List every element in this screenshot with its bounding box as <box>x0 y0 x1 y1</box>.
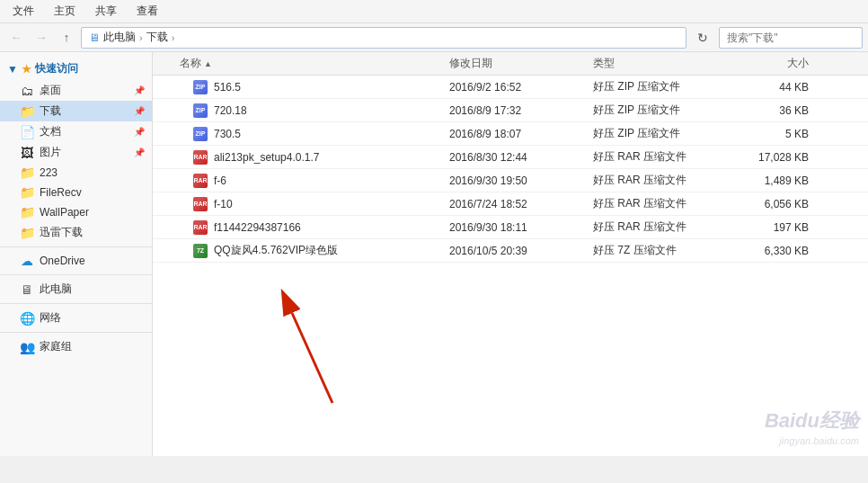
sidebar-item-label-computer: 此电脑 <box>40 282 72 297</box>
table-row[interactable]: RAR f-6 2016/9/30 19:50 好压 RAR 压缩文件 1,48… <box>153 169 868 192</box>
sidebar-item-thunder[interactable]: 📁 迅雷下载 <box>0 222 152 243</box>
path-sep1: › <box>139 32 143 43</box>
file-name-1: 720.18 <box>214 104 247 117</box>
file-type-6: 好压 RAR 压缩文件 <box>593 219 728 235</box>
table-row[interactable]: ZIP 516.5 2016/9/2 16:52 好压 ZIP 压缩文件 44 … <box>153 76 868 99</box>
folder-icon-wallpaper: 📁 <box>20 205 34 219</box>
file-area: 名称 ▲ 修改日期 类型 大小 ZIP 516.5 2016/9/2 16:52… <box>153 52 868 456</box>
file-icon-1: ZIP <box>192 103 208 119</box>
table-row[interactable]: RAR f11442294387166 2016/9/30 18:11 好压 R… <box>153 216 868 239</box>
file-date-7: 2016/10/5 20:39 <box>449 245 593 257</box>
file-size-0: 44 KB <box>728 81 818 94</box>
file-size-4: 1,489 KB <box>728 174 818 187</box>
table-row[interactable]: RAR ali213pk_setup4.0.1.7 2016/8/30 12:4… <box>153 146 868 169</box>
back-button[interactable]: ← <box>5 27 27 49</box>
sidebar-item-label-223: 223 <box>40 166 58 179</box>
file-size-6: 197 KB <box>728 221 818 234</box>
menu-file[interactable]: 文件 <box>4 1 43 22</box>
folder-icon-filerecv: 📁 <box>20 185 34 200</box>
col-header-size[interactable]: 大小 <box>728 56 818 71</box>
sidebar-item-filerecv[interactable]: 📁 FileRecv <box>0 183 152 202</box>
file-name-3: ali213pk_setup4.0.1.7 <box>214 151 319 164</box>
path-computer: 此电脑 <box>103 30 136 45</box>
table-row[interactable]: 7Z QQ旋风4.5.762VIP绿色版 2016/10/5 20:39 好压 … <box>153 239 868 263</box>
menu-view[interactable]: 查看 <box>128 1 167 22</box>
file-date-4: 2016/9/30 19:50 <box>449 174 593 187</box>
file-date-3: 2016/8/30 12:44 <box>449 151 593 164</box>
file-date-0: 2016/9/2 16:52 <box>449 81 593 94</box>
menu-home[interactable]: 主页 <box>45 1 84 22</box>
sidebar-item-onedrive[interactable]: ☁ OneDrive <box>0 251 152 271</box>
pin-icon-desktop: 📌 <box>134 85 145 95</box>
up-button[interactable]: ↑ <box>56 27 77 49</box>
quick-access-star: ★ <box>22 63 31 76</box>
file-date-2: 2016/8/9 18:07 <box>449 128 593 140</box>
file-icon-5: RAR <box>192 196 208 212</box>
file-date-1: 2016/8/9 17:32 <box>449 104 593 117</box>
col-header-name[interactable]: 名称 ▲ <box>153 56 449 71</box>
sidebar-item-desktop[interactable]: 🗂 桌面 📌 <box>0 80 152 101</box>
sidebar-item-computer[interactable]: 🖥 此电脑 <box>0 279 152 300</box>
downloads-folder-icon: 📁 <box>20 104 34 119</box>
file-icon-4: RAR <box>192 173 208 189</box>
sidebar-item-downloads[interactable]: 📁 下载 📌 <box>0 101 152 121</box>
col-header-date[interactable]: 修改日期 <box>449 56 593 71</box>
divider-4 <box>0 332 152 333</box>
file-type-4: 好压 RAR 压缩文件 <box>593 173 728 188</box>
file-icon-6: RAR <box>192 219 208 236</box>
file-icon-7: 7Z <box>192 243 208 259</box>
pictures-folder-icon: 🖼 <box>20 146 34 160</box>
file-date-6: 2016/9/30 18:11 <box>449 221 593 234</box>
forward-button[interactable]: → <box>31 27 52 49</box>
sidebar-item-homegroup[interactable]: 👥 家庭组 <box>0 336 152 357</box>
table-row[interactable]: RAR f-10 2016/7/24 18:52 好压 RAR 压缩文件 6,0… <box>153 192 868 216</box>
homegroup-icon: 👥 <box>20 340 34 354</box>
sidebar-item-wallpaper[interactable]: 📁 WallPaper <box>0 202 152 222</box>
divider-2 <box>0 274 152 275</box>
sidebar-item-label-desktop: 桌面 <box>40 83 61 98</box>
refresh-button[interactable]: ↻ <box>690 27 715 49</box>
table-row[interactable]: ZIP 720.18 2016/8/9 17:32 好压 ZIP 压缩文件 36… <box>153 99 868 122</box>
menu-share[interactable]: 共享 <box>86 1 126 22</box>
sidebar-item-label-thunder: 迅雷下载 <box>40 225 83 240</box>
file-size-5: 6,056 KB <box>728 198 818 210</box>
sidebar-item-label-onedrive: OneDrive <box>40 255 85 267</box>
file-type-5: 好压 RAR 压缩文件 <box>593 196 728 211</box>
main-layout: ▼ ★ 快速访问 🗂 桌面 📌 📁 下载 📌 📄 文档 📌 🖼 图片 📌 📁 2… <box>0 52 868 456</box>
documents-folder-icon: 📄 <box>20 125 34 139</box>
sidebar-item-network[interactable]: 🌐 网络 <box>0 308 152 328</box>
pin-icon-documents: 📌 <box>134 127 145 137</box>
file-icon-3: RAR <box>192 149 208 165</box>
col-header-type[interactable]: 类型 <box>593 56 728 71</box>
file-rows-container: ZIP 516.5 2016/9/2 16:52 好压 ZIP 压缩文件 44 … <box>153 76 868 263</box>
file-name-2: 730.5 <box>214 128 241 140</box>
sidebar-item-pictures[interactable]: 🖼 图片 📌 <box>0 142 152 163</box>
sidebar-item-label-network: 网络 <box>40 310 61 326</box>
file-size-2: 5 KB <box>728 128 818 140</box>
folder-icon-thunder: 📁 <box>20 226 34 240</box>
sidebar-item-documents[interactable]: 📄 文档 📌 <box>0 121 152 142</box>
search-input[interactable] <box>719 27 863 49</box>
quick-access-header[interactable]: ▼ ★ 快速访问 <box>0 58 152 80</box>
address-bar: ← → ↑ 🖥 此电脑 › 下载 › ↻ <box>0 23 868 52</box>
sidebar-item-label-wallpaper: WallPaper <box>40 206 89 219</box>
sidebar-item-label-pictures: 图片 <box>40 145 61 160</box>
file-icon-2: ZIP <box>192 126 208 142</box>
address-box[interactable]: 🖥 此电脑 › 下载 › <box>81 27 686 49</box>
file-type-2: 好压 ZIP 压缩文件 <box>593 126 728 141</box>
file-icon-0: ZIP <box>192 79 208 95</box>
path-icon: 🖥 <box>89 31 100 44</box>
sidebar-item-223[interactable]: 📁 223 <box>0 163 152 183</box>
watermark-line2: jingyan.baidu.com <box>765 434 859 447</box>
pin-icon-downloads: 📌 <box>134 106 145 116</box>
file-size-1: 36 KB <box>728 104 818 117</box>
folder-icon-223: 📁 <box>20 165 34 180</box>
desktop-folder-icon: 🗂 <box>20 84 34 98</box>
quick-access-arrow: ▼ <box>7 63 18 76</box>
file-type-7: 好压 7Z 压缩文件 <box>593 243 728 258</box>
file-size-7: 6,330 KB <box>728 245 818 257</box>
table-row[interactable]: ZIP 730.5 2016/8/9 18:07 好压 ZIP 压缩文件 5 K… <box>153 122 868 146</box>
file-name-6: f11442294387166 <box>214 221 301 234</box>
file-name-5: f-10 <box>214 198 233 210</box>
file-type-0: 好压 ZIP 压缩文件 <box>593 79 728 94</box>
